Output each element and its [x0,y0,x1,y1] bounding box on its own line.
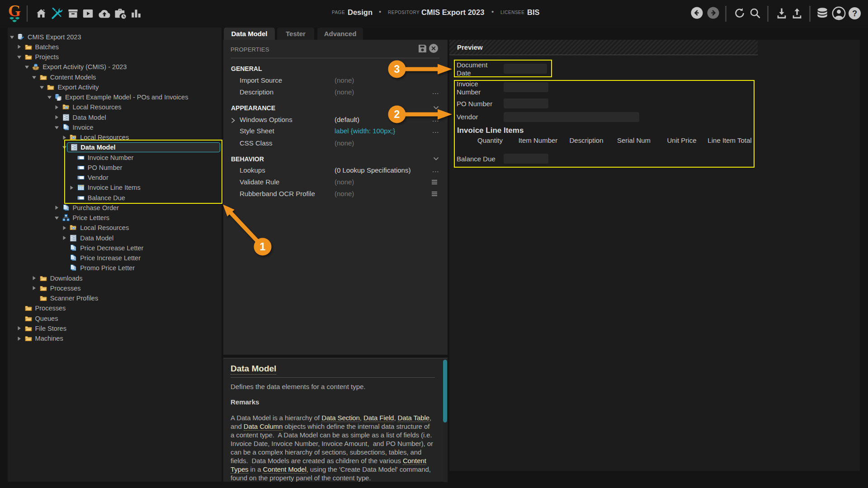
svg-text:2: 2 [394,108,400,120]
svg-text:1: 1 [260,241,266,253]
svg-text:3: 3 [394,63,400,75]
